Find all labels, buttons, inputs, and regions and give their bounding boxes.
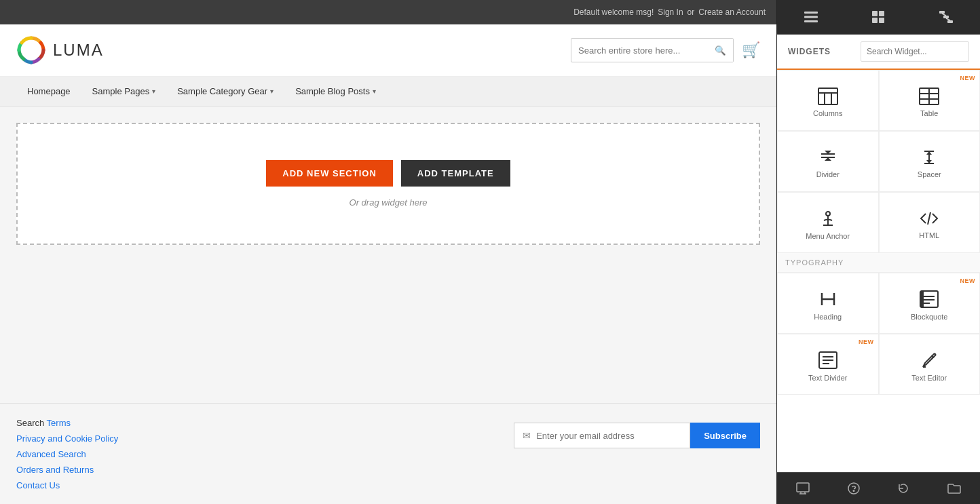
widget-divider[interactable]: Divider — [777, 131, 879, 192]
spacer-icon — [919, 149, 939, 166]
svg-point-55 — [853, 490, 854, 492]
folder-button[interactable] — [938, 479, 970, 498]
columns-label: Columns — [813, 109, 842, 117]
html-icon — [919, 210, 939, 227]
email-input[interactable] — [536, 431, 681, 441]
svg-line-33 — [928, 212, 930, 225]
svg-rect-9 — [943, 16, 949, 18]
svg-rect-8 — [939, 11, 945, 14]
logo-text: LUMA — [53, 41, 104, 60]
nav-item-category-gear[interactable]: Sample Category Gear ▾ — [166, 78, 284, 104]
columns-icon — [818, 88, 838, 105]
text-divider-label: Text Divider — [808, 374, 847, 382]
new-badge: NEW — [960, 75, 976, 81]
sidebar-bottom-toolbar — [777, 472, 980, 504]
svg-line-11 — [942, 14, 946, 16]
new-badge: NEW — [960, 277, 976, 284]
or-separator: or — [687, 7, 695, 17]
widget-columns[interactable]: Columns — [777, 70, 879, 131]
new-badge: NEW — [859, 338, 874, 345]
widgets-area: Columns NEW Table — [777, 70, 980, 472]
search-icon: 🔍 — [715, 45, 726, 56]
svg-point-30 — [826, 212, 830, 216]
widget-text-divider[interactable]: NEW Text Divider — [777, 334, 879, 395]
footer-search-terms: Search Terms — [16, 417, 118, 428]
widget-menu-anchor[interactable]: Menu Anchor — [777, 192, 879, 253]
widget-search-bar[interactable]: 🔍 — [861, 41, 969, 62]
anchor-icon — [818, 209, 837, 228]
tree-view-button[interactable] — [928, 5, 964, 28]
create-account-link[interactable]: Create an Account — [698, 7, 766, 17]
cart-icon[interactable]: 🛒 — [742, 41, 760, 59]
sidebar-toolbar — [777, 0, 980, 35]
text-editor-label: Text Editor — [911, 374, 947, 382]
svg-rect-5 — [879, 11, 884, 16]
terms-link[interactable]: Terms — [47, 418, 71, 428]
chevron-down-icon: ▾ — [270, 88, 274, 95]
blockquote-icon — [919, 290, 939, 309]
spacer-label: Spacer — [918, 170, 941, 178]
search-bar[interactable]: 🔍 — [571, 38, 734, 62]
builder-area: ADD NEW SECTION ADD TEMPLATE Or drag wid… — [0, 106, 776, 403]
welcome-message: Default welcome msg! — [573, 7, 654, 17]
email-icon: ✉ — [523, 430, 531, 441]
nav-item-blog-posts[interactable]: Sample Blog Posts ▾ — [284, 78, 387, 104]
divider-label: Divider — [816, 170, 840, 178]
nav-bar: Homepage Sample Pages ▾ Sample Category … — [0, 77, 776, 106]
top-bar: Default welcome msg! Sign In or Create a… — [0, 0, 776, 24]
table-label: Table — [920, 109, 938, 117]
text-divider-icon — [818, 351, 838, 370]
add-template-button[interactable]: ADD TEMPLATE — [401, 160, 510, 187]
widget-grid: Columns NEW Table — [777, 70, 980, 395]
svg-rect-3 — [804, 20, 818, 22]
html-label: HTML — [919, 231, 939, 239]
widget-heading[interactable]: Heading — [777, 273, 879, 334]
privacy-link[interactable]: Privacy and Cookie Policy — [16, 433, 118, 444]
drop-zone-buttons: ADD NEW SECTION ADD TEMPLATE — [266, 160, 510, 187]
subscribe-button[interactable]: Subscribe — [690, 423, 760, 448]
advanced-search-link[interactable]: Advanced Search — [16, 449, 118, 459]
newsletter-area: ✉ Subscribe — [514, 423, 760, 448]
sidebar: WIDGETS 🔍 Columns — [776, 0, 980, 504]
search-text: Search — [16, 418, 47, 428]
heading-icon — [818, 290, 837, 309]
monitor-button[interactable] — [787, 478, 819, 499]
hamburger-menu-button[interactable] — [793, 6, 829, 28]
nav-item-homepage[interactable]: Homepage — [16, 78, 81, 104]
header-right: 🔍 🛒 — [571, 38, 760, 62]
svg-rect-50 — [797, 483, 809, 492]
widgets-title: WIDGETS — [788, 47, 831, 56]
sign-in-link[interactable]: Sign In — [658, 7, 683, 17]
blockquote-label: Blockquote — [911, 313, 947, 321]
svg-rect-6 — [872, 18, 878, 23]
orders-returns-link[interactable]: Orders and Returns — [16, 465, 118, 475]
drag-hint: Or drag widget here — [350, 197, 428, 208]
heading-label: Heading — [814, 313, 842, 321]
add-new-section-button[interactable]: ADD NEW SECTION — [266, 160, 393, 187]
search-button[interactable]: 🔍 — [708, 39, 733, 62]
widget-table[interactable]: NEW Table — [879, 70, 981, 131]
nav-item-sample-pages[interactable]: Sample Pages ▾ — [81, 78, 167, 104]
sidebar-header: WIDGETS 🔍 — [777, 35, 980, 70]
svg-rect-41 — [920, 291, 924, 307]
widget-search-input[interactable] — [861, 47, 969, 56]
typography-section-label: TYPOGRAPHY — [777, 253, 980, 273]
svg-line-12 — [946, 18, 950, 20]
widget-html[interactable]: HTML — [879, 192, 981, 253]
footer: Search Terms Privacy and Cookie Policy A… — [0, 403, 776, 504]
text-editor-icon — [920, 351, 939, 370]
search-input[interactable] — [571, 45, 708, 56]
grid-view-button[interactable] — [861, 5, 895, 28]
svg-rect-7 — [879, 18, 884, 23]
widget-spacer[interactable]: Spacer — [879, 131, 981, 192]
help-button[interactable] — [838, 478, 869, 499]
header: LUMA 🔍 🛒 — [0, 24, 776, 77]
contact-us-link[interactable]: Contact Us — [16, 480, 118, 490]
widget-text-editor[interactable]: Text Editor — [879, 334, 981, 395]
drop-zone: ADD NEW SECTION ADD TEMPLATE Or drag wid… — [16, 123, 760, 245]
history-button[interactable] — [888, 478, 919, 499]
svg-rect-2 — [804, 16, 818, 18]
table-icon — [919, 88, 939, 105]
widget-blockquote[interactable]: NEW Blockquote — [879, 273, 981, 334]
logo-area[interactable]: LUMA — [16, 35, 104, 65]
